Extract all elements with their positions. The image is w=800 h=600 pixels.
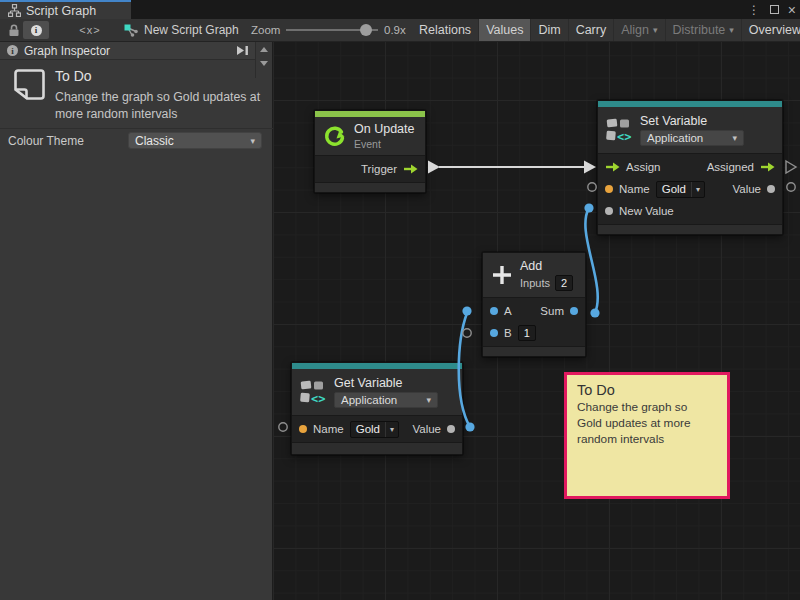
variables-icon: <> bbox=[606, 118, 633, 143]
wire-endpoint bbox=[462, 306, 471, 315]
toolbar-buttons: Relations Values Dim Carry Align▾ Distri… bbox=[412, 19, 800, 41]
tab-script-graph[interactable]: Script Graph bbox=[0, 0, 131, 19]
window-maximize-icon[interactable] bbox=[770, 0, 779, 19]
object-port-icon[interactable] bbox=[767, 185, 775, 193]
node-subtitle: Event bbox=[354, 138, 414, 150]
object-port-icon[interactable] bbox=[605, 207, 613, 215]
chevron-down-icon: ▾ bbox=[426, 395, 431, 405]
variable-name-dropdown[interactable]: Gold ▾ bbox=[350, 421, 399, 438]
unconnected-value-port[interactable] bbox=[463, 329, 471, 337]
string-port-icon[interactable] bbox=[299, 425, 307, 433]
chevron-down-icon: ▾ bbox=[653, 25, 658, 35]
on-update-ports: Trigger bbox=[315, 155, 425, 183]
inspector-note-title: To Do bbox=[55, 68, 92, 84]
value-port-icon[interactable] bbox=[490, 307, 498, 315]
a-sum-port-row: A Sum bbox=[483, 300, 585, 322]
info-icon: i bbox=[7, 45, 18, 56]
trigger-output-port[interactable]: Trigger bbox=[315, 158, 425, 180]
colour-theme-dropdown[interactable]: Classic ▾ bbox=[128, 132, 262, 149]
assign-port-row: Assign Assigned bbox=[598, 156, 782, 178]
note-icon bbox=[13, 68, 46, 102]
graph-toolbar: i <x> New Script Graph Zoom 0.9x Relatio… bbox=[0, 19, 800, 42]
unconnected-value-port[interactable] bbox=[588, 183, 596, 191]
variable-scope-dropdown[interactable]: Application ▾ bbox=[640, 130, 744, 146]
graph-inspector-title: Graph Inspector bbox=[24, 44, 230, 58]
control-arrow-icon[interactable] bbox=[760, 162, 775, 172]
node-title: Set Variable bbox=[640, 114, 744, 128]
b-value-field[interactable]: 1 bbox=[518, 325, 536, 341]
unconnected-value-port[interactable] bbox=[787, 183, 795, 191]
graph-canvas[interactable]: On Update Event Trigger bbox=[273, 42, 800, 600]
set-variable-ports: Assign Assigned Name Gold ▾ bbox=[598, 153, 782, 225]
tab-bar: Script Graph ⋮ × bbox=[0, 0, 800, 19]
graph-inspector-toggle-button[interactable]: i bbox=[23, 21, 49, 39]
overview-button[interactable]: Overview bbox=[742, 19, 800, 41]
variable-scope-dropdown[interactable]: Application ▾ bbox=[334, 392, 438, 408]
node-on-update[interactable]: On Update Event Trigger bbox=[314, 110, 426, 193]
new-script-graph-button[interactable]: New Script Graph bbox=[124, 19, 239, 41]
zoom-slider-handle[interactable] bbox=[360, 24, 372, 36]
value-port-icon[interactable] bbox=[490, 329, 498, 337]
wire-endpoint bbox=[465, 422, 474, 431]
on-update-loop-icon bbox=[323, 124, 347, 148]
colour-theme-label: Colour Theme bbox=[8, 134, 84, 148]
graph-note-section: To Do Change the graph so Gold updates a… bbox=[0, 60, 256, 80]
sticky-note-line: Change the graph so bbox=[577, 400, 717, 416]
sticky-note-line: Gold updates at more bbox=[577, 416, 717, 432]
object-port-icon[interactable] bbox=[447, 425, 455, 433]
align-button: Align▾ bbox=[614, 19, 665, 41]
string-port-icon[interactable] bbox=[605, 185, 613, 193]
wire-endpoint bbox=[584, 203, 593, 212]
script-graph-tab-icon bbox=[8, 4, 21, 17]
graph-inspector-header: i Graph Inspector bbox=[0, 42, 256, 60]
new-script-graph-label: New Script Graph bbox=[144, 23, 239, 37]
get-variable-ports: Name Gold ▾ Value bbox=[292, 415, 462, 443]
node-title: On Update bbox=[354, 122, 414, 136]
window-close-icon[interactable]: × bbox=[788, 0, 796, 19]
unconnected-value-port[interactable] bbox=[279, 423, 287, 431]
svg-text:<>: <> bbox=[617, 130, 631, 143]
chevron-down-icon: ▾ bbox=[386, 425, 398, 434]
new-value-port-row: New Value bbox=[598, 200, 782, 222]
dim-button[interactable]: Dim bbox=[531, 19, 568, 41]
colour-theme-value: Classic bbox=[135, 134, 174, 148]
node-get-variable[interactable]: <> Get Variable Application ▾ Name Gold bbox=[291, 362, 463, 455]
scroll-down-icon[interactable] bbox=[256, 56, 272, 70]
node-footer bbox=[315, 183, 425, 192]
sticky-note-line: random intervals bbox=[577, 432, 717, 448]
graph-node-icon bbox=[124, 24, 139, 37]
node-add[interactable]: Add Inputs 2 A Sum B bbox=[482, 252, 586, 357]
distribute-button: Distribute▾ bbox=[666, 19, 742, 41]
chevron-down-icon: ▾ bbox=[732, 133, 737, 143]
node-footer bbox=[292, 443, 462, 454]
graph-inspector-panel: i Graph Inspector To Do Change the graph… bbox=[0, 42, 273, 600]
unconnected-control-port[interactable] bbox=[786, 161, 796, 173]
zoom-label: Zoom bbox=[251, 19, 280, 41]
expand-panel-icon[interactable] bbox=[236, 45, 249, 56]
node-footer bbox=[598, 225, 782, 234]
on-update-header: On Update Event bbox=[315, 117, 425, 155]
node-title: Get Variable bbox=[334, 376, 438, 390]
add-ports: A Sum B 1 bbox=[483, 297, 585, 347]
carry-button[interactable]: Carry bbox=[569, 19, 615, 41]
lock-icon[interactable] bbox=[8, 19, 20, 41]
inputs-count-field[interactable]: 2 bbox=[555, 275, 573, 291]
node-title: Add bbox=[520, 259, 573, 273]
control-wire-end-arrow bbox=[584, 161, 596, 174]
chevron-down-icon: ▾ bbox=[729, 25, 734, 35]
sticky-note[interactable]: To Do Change the graph so Gold updates a… bbox=[564, 372, 730, 499]
node-set-variable[interactable]: <> Set Variable Application ▾ Assign bbox=[597, 100, 783, 235]
variable-name-dropdown[interactable]: Gold ▾ bbox=[656, 181, 705, 198]
code-view-icon[interactable]: <x> bbox=[72, 19, 108, 41]
value-wire bbox=[585, 208, 597, 313]
values-button[interactable]: Values bbox=[479, 19, 531, 41]
name-value-port-row: Name Gold ▾ Value bbox=[292, 418, 462, 440]
variables-icon: <> bbox=[300, 380, 327, 405]
value-port-icon[interactable] bbox=[570, 307, 578, 315]
inspector-scrollbar bbox=[255, 42, 272, 78]
scroll-up-icon[interactable] bbox=[256, 42, 272, 56]
relations-button[interactable]: Relations bbox=[412, 19, 479, 41]
window-menu-icon[interactable]: ⋮ bbox=[748, 0, 760, 19]
get-variable-header: <> Get Variable Application ▾ bbox=[292, 369, 462, 415]
control-arrow-icon[interactable] bbox=[605, 162, 620, 172]
